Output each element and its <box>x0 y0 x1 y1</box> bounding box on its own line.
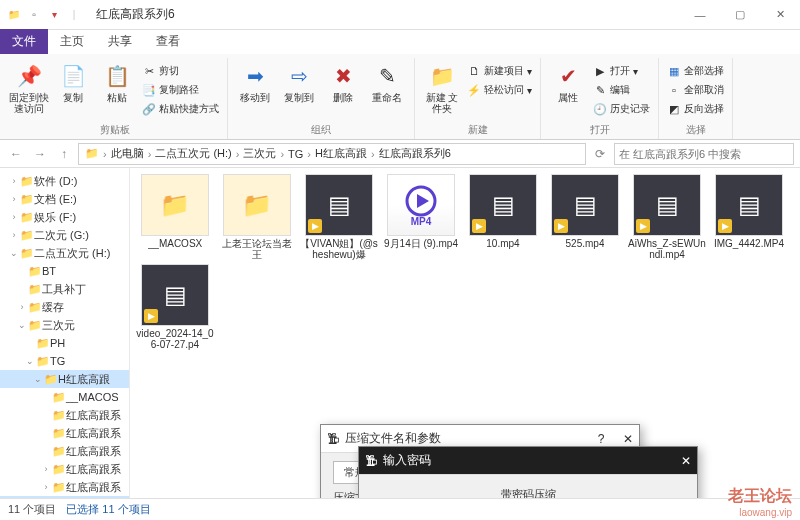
crumb[interactable]: 三次元 <box>241 146 278 161</box>
selectall-button[interactable]: ▦全部选择 <box>665 62 726 80</box>
tree-item[interactable]: ⌄📁二点五次元 (H:) <box>0 244 129 262</box>
expand-icon[interactable]: › <box>8 176 20 186</box>
tab-view[interactable]: 查看 <box>144 29 192 54</box>
tree-label: H红底高跟 <box>58 372 110 387</box>
invert-button[interactable]: ◩反向选择 <box>665 100 726 118</box>
tree-label: 红底高跟系 <box>66 408 121 423</box>
cut-icon: ✂ <box>142 64 156 78</box>
paste-button[interactable]: 📋粘贴 <box>96 60 138 121</box>
nav-tree[interactable]: ›📁软件 (D:)›📁文档 (E:)›📁娱乐 (F:)›📁二次元 (G:)⌄📁二… <box>0 168 130 498</box>
crumb[interactable]: 红底高跟系列6 <box>377 146 453 161</box>
maximize-button[interactable]: ▢ <box>720 0 760 30</box>
tree-item[interactable]: 📁红底高跟系 <box>0 442 129 460</box>
tab-file[interactable]: 文件 <box>0 29 48 54</box>
paste-shortcut-button[interactable]: 🔗粘贴快捷方式 <box>140 100 221 118</box>
tree-item[interactable]: 📁BT <box>0 262 129 280</box>
tab-share[interactable]: 共享 <box>96 29 144 54</box>
crumb[interactable]: H红底高跟 <box>313 146 369 161</box>
copy-button[interactable]: 📄复制 <box>52 60 94 121</box>
expand-icon[interactable]: › <box>40 482 52 492</box>
copypath-button[interactable]: 📑复制路径 <box>140 81 221 99</box>
close-icon[interactable]: ✕ <box>681 454 691 468</box>
help-button[interactable]: ? <box>598 432 605 446</box>
file-item[interactable]: 📁上老王论坛当老王 <box>218 174 296 260</box>
refresh-button[interactable]: ⟳ <box>590 144 610 164</box>
dialog-title: 压缩文件名和参数 <box>345 430 441 447</box>
copyto-button[interactable]: ⇨复制到 <box>278 60 320 121</box>
expand-icon[interactable]: › <box>40 464 52 474</box>
copyto-icon: ⇨ <box>285 62 313 90</box>
newitem-button[interactable]: 🗋新建项目 ▾ <box>465 62 534 80</box>
selectnone-button[interactable]: ▫全部取消 <box>665 81 726 99</box>
close-icon[interactable]: ✕ <box>623 432 633 446</box>
nav-fwd-button[interactable]: → <box>30 144 50 164</box>
expand-icon[interactable]: ⌄ <box>16 320 28 330</box>
quick-access-toolbar: 📁 ▫ ▾ | <box>0 7 88 23</box>
history-button[interactable]: 🕘历史记录 <box>591 100 652 118</box>
nav-back-button[interactable]: ← <box>6 144 26 164</box>
nav-up-button[interactable]: ↑ <box>54 144 74 164</box>
folder-icon: 📁 <box>36 337 50 350</box>
tree-item[interactable]: 📁__MACOS <box>0 388 129 406</box>
dialog-titlebar[interactable]: 🗜 输入密码 ✕ <box>359 447 697 475</box>
tree-item[interactable]: 📁红底高跟系 <box>0 424 129 442</box>
expand-icon[interactable]: › <box>8 212 20 222</box>
minimize-button[interactable]: — <box>680 0 720 30</box>
tree-item[interactable]: 📁PH <box>0 334 129 352</box>
tree-item[interactable]: ⌄📁TG <box>0 352 129 370</box>
expand-icon[interactable]: ⌄ <box>8 248 20 258</box>
tree-item[interactable]: ›📁红底高跟系 <box>0 478 129 496</box>
file-item[interactable]: ▤▶AiWhs_Z-sEWUnndl.mp4 <box>628 174 706 260</box>
qat-dropdown[interactable]: ▾ <box>46 7 62 23</box>
tree-item[interactable]: ⌄📁H红底高跟 <box>0 370 129 388</box>
tab-home[interactable]: 主页 <box>48 29 96 54</box>
moveto-button[interactable]: ➡移动到 <box>234 60 276 121</box>
file-item[interactable]: ▤▶IMG_4442.MP4 <box>710 174 788 260</box>
file-item[interactable]: MP49月14日 (9).mp4 <box>382 174 460 260</box>
tree-item[interactable]: ›📁二次元 (G:) <box>0 226 129 244</box>
password-dialog: 🗜 输入密码 ✕ 带密码压缩 输入密码(E) 显示密码(S) 加密文件名(N) … <box>358 446 698 498</box>
folder-icon: 📁 <box>52 409 66 422</box>
expand-icon[interactable]: › <box>8 230 20 240</box>
tree-item[interactable]: ›📁娱乐 (F:) <box>0 208 129 226</box>
delete-button[interactable]: ✖删除 <box>322 60 364 121</box>
crumb[interactable]: 二点五次元 (H:) <box>153 146 233 161</box>
tree-item[interactable]: ⌄📁三次元 <box>0 316 129 334</box>
tree-item[interactable]: 📁工具补丁 <box>0 280 129 298</box>
file-item[interactable]: ▤▶10.mp4 <box>464 174 542 260</box>
file-item[interactable]: ▤▶525.mp4 <box>546 174 624 260</box>
open-button[interactable]: ▶打开 ▾ <box>591 62 652 80</box>
expand-icon[interactable]: › <box>16 302 28 312</box>
folder-icon: 📁 <box>28 265 42 278</box>
expand-icon[interactable]: ⌄ <box>24 356 36 366</box>
tree-item[interactable]: ›📁缓存 <box>0 298 129 316</box>
tree-item[interactable]: 📁红底高跟系 <box>0 496 129 498</box>
pin-quickaccess-button[interactable]: 📌固定到快 速访问 <box>8 60 50 121</box>
file-item[interactable]: ▤▶video_2024-14_06-07-27.p4 <box>136 264 214 350</box>
crumb[interactable]: TG <box>286 148 305 160</box>
rename-button[interactable]: ✎重命名 <box>366 60 408 121</box>
easyaccess-button[interactable]: ⚡轻松访问 ▾ <box>465 81 534 99</box>
expand-icon[interactable]: ⌄ <box>32 374 44 384</box>
properties-button[interactable]: ✔属性 <box>547 60 589 121</box>
tree-item[interactable]: ›📁红底高跟系 <box>0 460 129 478</box>
file-name: 【VIVAN姐】(@sheshewu)爆 <box>300 238 378 260</box>
search-input[interactable] <box>614 143 794 165</box>
tree-item[interactable]: 📁红底高跟系 <box>0 406 129 424</box>
cut-button[interactable]: ✂剪切 <box>140 62 221 80</box>
svg-marker-1 <box>417 194 429 208</box>
qat-item[interactable]: ▫ <box>26 7 42 23</box>
breadcrumb[interactable]: 📁› 此电脑› 二点五次元 (H:)› 三次元› TG› H红底高跟› 红底高跟… <box>78 143 586 165</box>
tree-item[interactable]: ›📁软件 (D:) <box>0 172 129 190</box>
tree-label: 红底高跟系 <box>66 462 121 477</box>
tree-item[interactable]: ›📁文档 (E:) <box>0 190 129 208</box>
close-button[interactable]: ✕ <box>760 0 800 30</box>
newfolder-icon: 📁 <box>428 62 456 90</box>
svg-text:MP4: MP4 <box>411 216 432 227</box>
edit-button[interactable]: ✎编辑 <box>591 81 652 99</box>
expand-icon[interactable]: › <box>8 194 20 204</box>
file-item[interactable]: ▤▶【VIVAN姐】(@sheshewu)爆 <box>300 174 378 260</box>
file-item[interactable]: 📁__MACOSX <box>136 174 214 260</box>
newfolder-button[interactable]: 📁新建 文件夹 <box>421 60 463 121</box>
crumb[interactable]: 此电脑 <box>109 146 146 161</box>
